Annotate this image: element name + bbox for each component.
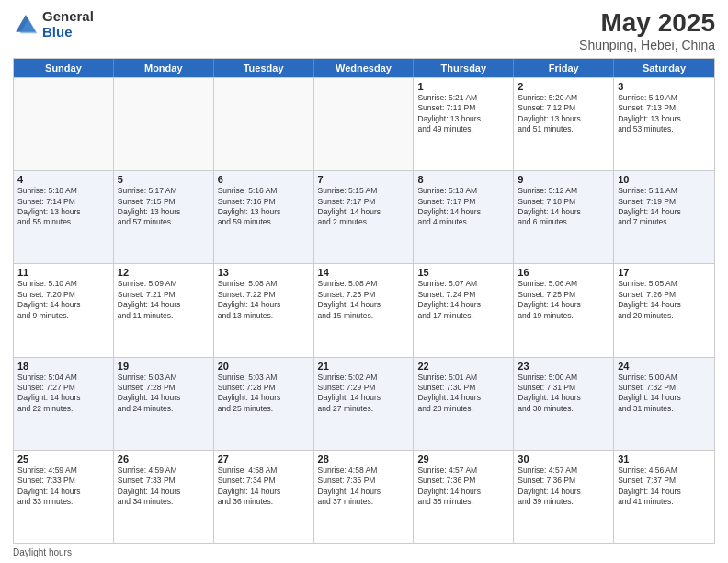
cell-info: Sunrise: 5:12 AM Sunset: 7:18 PM Dayligh…	[518, 186, 609, 228]
cell-info: Sunrise: 5:01 AM Sunset: 7:30 PM Dayligh…	[417, 373, 509, 415]
calendar-cell: 18Sunrise: 5:04 AM Sunset: 7:27 PM Dayli…	[14, 358, 114, 450]
calendar-cell: 3Sunrise: 5:19 AM Sunset: 7:13 PM Daylig…	[614, 78, 714, 170]
day-number: 18	[17, 361, 109, 372]
calendar-cell: 23Sunrise: 5:00 AM Sunset: 7:31 PM Dayli…	[514, 358, 614, 450]
day-of-week-header: Friday	[514, 59, 614, 77]
calendar-cell	[214, 78, 314, 170]
calendar-cell: 20Sunrise: 5:03 AM Sunset: 7:28 PM Dayli…	[214, 358, 314, 450]
logo-icon	[13, 12, 39, 38]
calendar-cell: 7Sunrise: 5:15 AM Sunset: 7:17 PM Daylig…	[314, 171, 415, 263]
cell-info: Sunrise: 4:57 AM Sunset: 7:36 PM Dayligh…	[417, 465, 509, 508]
calendar-cell: 17Sunrise: 5:05 AM Sunset: 7:26 PM Dayli…	[614, 264, 714, 356]
cell-info: Sunrise: 5:03 AM Sunset: 7:28 PM Dayligh…	[118, 373, 210, 415]
calendar-cell: 21Sunrise: 5:02 AM Sunset: 7:29 PM Dayli…	[314, 358, 415, 450]
calendar-cell: 10Sunrise: 5:11 AM Sunset: 7:19 PM Dayli…	[614, 171, 714, 263]
calendar-cell: 11Sunrise: 5:10 AM Sunset: 7:20 PM Dayli…	[14, 264, 114, 356]
calendar-header: SundayMondayTuesdayWednesdayThursdayFrid…	[14, 59, 714, 77]
cell-info: Sunrise: 5:19 AM Sunset: 7:13 PM Dayligh…	[618, 93, 711, 135]
cell-info: Sunrise: 5:09 AM Sunset: 7:21 PM Dayligh…	[118, 279, 210, 321]
calendar-cell	[114, 78, 214, 170]
day-number: 14	[318, 267, 410, 278]
cell-info: Sunrise: 4:58 AM Sunset: 7:35 PM Dayligh…	[318, 465, 410, 508]
day-number: 25	[17, 454, 109, 465]
calendar-cell: 6Sunrise: 5:16 AM Sunset: 7:16 PM Daylig…	[214, 171, 314, 263]
calendar-cell	[314, 78, 415, 170]
cell-info: Sunrise: 4:56 AM Sunset: 7:37 PM Dayligh…	[618, 465, 711, 508]
calendar-week-row: 25Sunrise: 4:59 AM Sunset: 7:33 PM Dayli…	[14, 450, 714, 543]
cell-info: Sunrise: 5:20 AM Sunset: 7:12 PM Dayligh…	[518, 93, 609, 135]
logo-text: General Blue	[42, 9, 94, 40]
calendar-cell: 9Sunrise: 5:12 AM Sunset: 7:18 PM Daylig…	[514, 171, 614, 263]
day-number: 10	[618, 174, 711, 185]
calendar-cell: 28Sunrise: 4:58 AM Sunset: 7:35 PM Dayli…	[314, 451, 415, 543]
day-number: 27	[218, 454, 310, 465]
calendar-cell: 16Sunrise: 5:06 AM Sunset: 7:25 PM Dayli…	[514, 264, 614, 356]
day-number: 28	[318, 454, 410, 465]
day-number: 19	[118, 361, 210, 372]
daylight-label: Daylight hours	[13, 547, 72, 557]
day-number: 2	[518, 81, 609, 92]
footer: Daylight hours	[13, 547, 715, 557]
day-number: 6	[218, 174, 310, 185]
day-number: 31	[618, 454, 711, 465]
calendar-week-row: 11Sunrise: 5:10 AM Sunset: 7:20 PM Dayli…	[14, 263, 714, 356]
calendar-cell: 14Sunrise: 5:08 AM Sunset: 7:23 PM Dayli…	[314, 264, 415, 356]
day-number: 5	[118, 174, 210, 185]
calendar-week-row: 18Sunrise: 5:04 AM Sunset: 7:27 PM Dayli…	[14, 357, 714, 450]
cell-info: Sunrise: 5:18 AM Sunset: 7:14 PM Dayligh…	[17, 186, 109, 228]
day-number: 8	[417, 174, 509, 185]
cell-info: Sunrise: 5:00 AM Sunset: 7:32 PM Dayligh…	[618, 373, 711, 415]
calendar-cell: 12Sunrise: 5:09 AM Sunset: 7:21 PM Dayli…	[114, 264, 214, 356]
day-number: 11	[17, 267, 109, 278]
calendar-cell: 27Sunrise: 4:58 AM Sunset: 7:34 PM Dayli…	[214, 451, 314, 543]
day-of-week-header: Thursday	[414, 59, 514, 77]
day-number: 22	[417, 361, 509, 372]
day-number: 13	[218, 267, 310, 278]
calendar-cell: 19Sunrise: 5:03 AM Sunset: 7:28 PM Dayli…	[114, 358, 214, 450]
calendar-cell: 24Sunrise: 5:00 AM Sunset: 7:32 PM Dayli…	[614, 358, 714, 450]
day-of-week-header: Tuesday	[214, 59, 314, 77]
day-number: 9	[518, 174, 609, 185]
logo: General Blue	[13, 9, 94, 40]
cell-info: Sunrise: 5:03 AM Sunset: 7:28 PM Dayligh…	[218, 373, 310, 415]
calendar-cell: 22Sunrise: 5:01 AM Sunset: 7:30 PM Dayli…	[414, 358, 514, 450]
cell-info: Sunrise: 5:17 AM Sunset: 7:15 PM Dayligh…	[118, 186, 210, 228]
calendar-cell	[14, 78, 114, 170]
calendar-cell: 1Sunrise: 5:21 AM Sunset: 7:11 PM Daylig…	[414, 78, 514, 170]
cell-info: Sunrise: 5:05 AM Sunset: 7:26 PM Dayligh…	[618, 279, 711, 321]
day-number: 4	[17, 174, 109, 185]
day-number: 7	[318, 174, 410, 185]
day-number: 15	[417, 267, 509, 278]
cell-info: Sunrise: 5:06 AM Sunset: 7:25 PM Dayligh…	[518, 279, 609, 321]
day-number: 26	[118, 454, 210, 465]
calendar-cell: 2Sunrise: 5:20 AM Sunset: 7:12 PM Daylig…	[514, 78, 614, 170]
cell-info: Sunrise: 5:08 AM Sunset: 7:23 PM Dayligh…	[318, 279, 410, 321]
cell-info: Sunrise: 4:58 AM Sunset: 7:34 PM Dayligh…	[218, 465, 310, 508]
calendar: SundayMondayTuesdayWednesdayThursdayFrid…	[13, 58, 715, 544]
day-of-week-header: Wednesday	[314, 59, 415, 77]
cell-info: Sunrise: 5:16 AM Sunset: 7:16 PM Dayligh…	[218, 186, 310, 228]
logo-blue: Blue	[42, 25, 94, 40]
day-of-week-header: Saturday	[614, 59, 714, 77]
day-of-week-header: Sunday	[14, 59, 114, 77]
day-number: 16	[518, 267, 609, 278]
day-number: 3	[618, 81, 711, 92]
day-number: 30	[518, 454, 609, 465]
cell-info: Sunrise: 5:02 AM Sunset: 7:29 PM Dayligh…	[318, 373, 410, 415]
day-of-week-header: Monday	[114, 59, 214, 77]
day-number: 23	[518, 361, 609, 372]
day-number: 17	[618, 267, 711, 278]
logo-general: General	[42, 9, 94, 25]
calendar-cell: 13Sunrise: 5:08 AM Sunset: 7:22 PM Dayli…	[214, 264, 314, 356]
calendar-cell: 8Sunrise: 5:13 AM Sunset: 7:17 PM Daylig…	[414, 171, 514, 263]
calendar-cell: 5Sunrise: 5:17 AM Sunset: 7:15 PM Daylig…	[114, 171, 214, 263]
calendar-cell: 25Sunrise: 4:59 AM Sunset: 7:33 PM Dayli…	[14, 451, 114, 543]
calendar-week-row: 4Sunrise: 5:18 AM Sunset: 7:14 PM Daylig…	[14, 170, 714, 263]
cell-info: Sunrise: 4:59 AM Sunset: 7:33 PM Dayligh…	[118, 465, 210, 508]
cell-info: Sunrise: 5:11 AM Sunset: 7:19 PM Dayligh…	[618, 186, 711, 228]
calendar-cell: 30Sunrise: 4:57 AM Sunset: 7:36 PM Dayli…	[514, 451, 614, 543]
title-block: May 2025 Shunping, Hebei, China	[579, 9, 715, 52]
calendar-cell: 26Sunrise: 4:59 AM Sunset: 7:33 PM Dayli…	[114, 451, 214, 543]
calendar-body: 1Sunrise: 5:21 AM Sunset: 7:11 PM Daylig…	[14, 77, 714, 543]
cell-info: Sunrise: 5:08 AM Sunset: 7:22 PM Dayligh…	[218, 279, 310, 321]
